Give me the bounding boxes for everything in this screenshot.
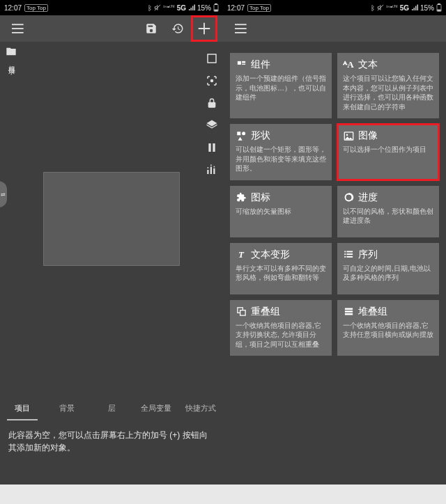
card-text[interactable]: ᴬA文本 这个项目可以让您输入任何文本内容，您可以从例子列表中进行选择，也可以用… [337, 53, 439, 118]
right-rail [201, 42, 223, 395]
svg-rect-20 [438, 10, 441, 11]
svg-point-15 [210, 164, 212, 166]
card-title: 堆叠组 [358, 306, 387, 318]
svg-rect-26 [242, 63, 245, 64]
editor-content: 根目录 [0, 42, 223, 395]
stats-icon[interactable] [205, 163, 219, 177]
svg-rect-34 [344, 253, 346, 255]
card-component[interactable]: 组件 添加一个预建的组件（信号指示，电池图标…），也可以自建组件 [230, 53, 332, 118]
item-type-grid: 组件 添加一个预建的组件（信号指示，电池图标…），也可以自建组件 ᴬA文本 这个… [223, 42, 446, 367]
svg-rect-22 [235, 28, 247, 29]
svg-rect-25 [242, 61, 245, 63]
svg-rect-39 [240, 310, 245, 316]
card-image[interactable]: 图像 可以选择一个位图作为项目 [337, 124, 439, 180]
svg-point-30 [346, 134, 348, 136]
card-desc: 一个收纳其他项目的容器,它支持任意项目横向或纵向摆放 [343, 321, 433, 340]
tab-background[interactable]: 背景 [45, 395, 89, 420]
card-overlap[interactable]: 重叠组 一个收纳其他项目的容器,它支持切换状态, 允许项目分组，项目之间可以互相… [230, 300, 332, 356]
focus-tool-icon[interactable] [205, 74, 219, 88]
tab-globals[interactable]: 全局变量 [134, 395, 178, 420]
card-title: 序列 [358, 249, 378, 261]
svg-rect-9 [208, 143, 210, 152]
card-morph[interactable]: T文本变形 单行文本可以有多种不同的变形风格，例如弯曲和翻转等 [230, 243, 332, 294]
svg-rect-21 [235, 24, 247, 25]
select-tool-icon[interactable] [205, 52, 219, 65]
card-desc: 以不同的风格，形状和颜色创建进度条 [343, 207, 433, 226]
svg-rect-23 [235, 32, 247, 33]
svg-point-16 [213, 166, 215, 168]
editor-pane: 12:07 Top Top ᛒ ¹ᵛᵒᴸᵀᴱ 5G 15% [0, 0, 223, 485]
svg-rect-12 [210, 167, 212, 175]
svg-rect-6 [12, 32, 24, 33]
card-title: 图标 [251, 191, 270, 204]
card-title: 组件 [251, 58, 270, 71]
card-progress[interactable]: 进度 以不同的风格，形状和颜色创建进度条 [337, 186, 439, 237]
svg-rect-32 [344, 251, 346, 253]
empty-hint: 此容器为空，您可以点击屏幕右上方的加号 (+) 按钮向其添加新的对象。 [0, 420, 223, 462]
svg-rect-35 [346, 253, 353, 255]
card-desc: 可以选择一个位图作为项目 [343, 145, 433, 155]
tab-shortcuts[interactable]: 快捷方式 [178, 395, 223, 420]
battery-text: 15% [197, 4, 211, 12]
card-desc: 可缩放的矢量图标 [236, 207, 326, 216]
add-button[interactable] [191, 15, 217, 42]
series-icon [343, 249, 354, 260]
menu-button[interactable] [6, 15, 32, 42]
status-app-tag: Top Top [24, 4, 48, 12]
svg-rect-42 [344, 313, 352, 315]
image-icon [343, 130, 354, 141]
svg-rect-19 [438, 3, 440, 5]
card-desc: 可以创建一个矩形，圆形等，并用颜色和渐变等来填充这些图形。 [236, 145, 326, 173]
stack-icon [343, 306, 354, 317]
card-title: 图像 [358, 129, 378, 142]
status-bar: 12:07 Top Top ᛒ ¹ᵛᵒᴸᵀᴱ 5G 15% [0, 0, 223, 15]
canvas-area[interactable] [22, 42, 201, 395]
svg-rect-4 [12, 24, 24, 25]
svg-rect-24 [237, 61, 240, 64]
tab-layer[interactable]: 层 [89, 395, 134, 420]
layers-icon[interactable] [205, 118, 219, 132]
root-label[interactable]: 根目录 [6, 60, 16, 64]
morph-icon: T [236, 249, 247, 260]
network-icon: 5G [400, 4, 409, 12]
status-app-tag: Top Top [247, 4, 271, 12]
widget-canvas[interactable] [43, 172, 180, 266]
svg-rect-33 [346, 251, 353, 253]
svg-rect-36 [344, 256, 346, 258]
network-icon: 5G [177, 4, 186, 12]
card-desc: 这个项目可以让您输入任何文本内容，您可以从例子列表中进行选择，也可以用各种函数来… [343, 74, 433, 111]
svg-point-14 [207, 167, 208, 168]
card-stack[interactable]: 堆叠组 一个收纳其他项目的容器,它支持任意项目横向或纵向摆放 [337, 300, 439, 356]
left-rail: 根目录 [0, 42, 22, 395]
card-desc: 添加一个预建的组件（信号指示，电池图标…），也可以自建组件 [236, 74, 326, 102]
tab-items[interactable]: 项目 [0, 395, 45, 420]
svg-rect-7 [208, 54, 216, 63]
card-series[interactable]: 序列 可自定义的时间,日期,电池以及多种风格的序列 [337, 243, 439, 294]
card-desc: 单行文本可以有多种不同的变形风格，例如弯曲和翻转等 [236, 264, 326, 283]
menu-button[interactable] [229, 15, 255, 42]
svg-rect-41 [344, 310, 352, 313]
signal-icon [188, 4, 195, 11]
card-shape[interactable]: 形状 可以创建一个矩形，圆形等，并用颜色和渐变等来填充这些图形。 [230, 124, 332, 180]
svg-rect-3 [215, 10, 218, 11]
card-icon[interactable]: 图标 可缩放的矢量图标 [230, 186, 332, 237]
card-title: 形状 [251, 129, 270, 142]
history-button[interactable] [164, 15, 191, 42]
volte-icon: ¹ᵛᵒᴸᵀᴱ [386, 5, 397, 10]
svg-point-8 [211, 80, 213, 82]
pause-icon[interactable] [205, 141, 219, 155]
save-button[interactable] [138, 15, 164, 42]
volte-icon: ¹ᵛᵒᴸᵀᴱ [163, 5, 174, 10]
mute-icon [154, 4, 161, 11]
component-icon [236, 59, 247, 70]
add-item-pane: 12:07 Top Top ᛒ ¹ᵛᵒᴸᵀᴱ 5G 15% 组件 [223, 0, 446, 485]
card-title: 进度 [358, 191, 378, 204]
svg-rect-37 [346, 256, 353, 258]
svg-point-28 [242, 132, 245, 135]
text-icon: ᴬA [343, 59, 354, 70]
clock: 12:07 [227, 4, 245, 12]
card-desc: 一个收纳其他项目的容器,它支持切换状态, 允许项目分组，项目之间可以互相重叠 [236, 321, 326, 349]
folder-icon[interactable] [5, 46, 17, 57]
status-bar-r: 12:07 Top Top ᛒ ¹ᵛᵒᴸᵀᴱ 5G 15% [223, 0, 446, 15]
lock-icon[interactable] [205, 96, 219, 110]
